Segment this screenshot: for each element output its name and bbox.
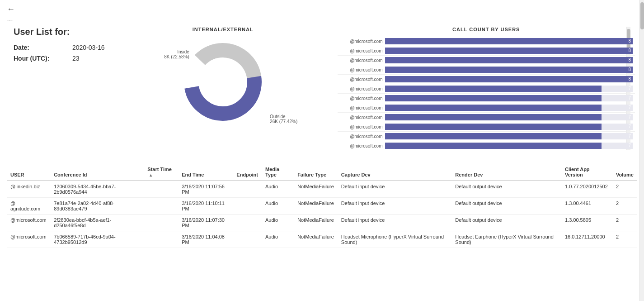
bar-value: 8 — [628, 76, 631, 82]
cell-conf_id: 7b066589-717b-46cd-9a04-4732b95012d9 — [50, 231, 144, 248]
cell-render_dev: Default output device — [451, 181, 561, 198]
th-failure_type: Failure Type — [294, 164, 338, 181]
table-row: @linkedin.biz12060309-5434-45be-bba7-2b9… — [7, 181, 637, 198]
hour-value: 23 — [72, 55, 80, 62]
bar-track: 8 — [385, 76, 633, 82]
th-media_type: Media Type — [262, 164, 294, 181]
bar-fill — [385, 124, 602, 130]
bar-row: @microsoft.com 7 — [338, 84, 635, 94]
cell-end_time: 3/16/2020 11:10:11 PM — [178, 198, 233, 215]
cell-client_app: 1.0.77.2020012502 — [561, 181, 612, 198]
cell-failure_type: NotMediaFailure — [294, 198, 338, 215]
date-label: Date: — [14, 44, 72, 51]
cell-conf_id: 2f2830ea-bbcf-4b5a-aef1-d250a46f5e8d — [50, 215, 144, 231]
bar-label: @microsoft.com — [340, 105, 385, 110]
donut-chart-section: INTERNAL/EXTERNAL Inside 8K (22.58%) Out… — [108, 27, 338, 129]
cell-endpoint — [233, 198, 262, 215]
bar-track: 8 — [385, 48, 633, 54]
bar-track: 7 — [385, 114, 633, 120]
bar-value: 8 — [628, 57, 631, 63]
bar-fill — [385, 143, 602, 149]
bar-label: @microsoft.com — [340, 39, 385, 44]
cell-endpoint — [233, 181, 262, 198]
bar-fill — [385, 105, 602, 111]
th-conf_id: Conference Id — [50, 164, 144, 181]
bar-label: @microsoft.com — [340, 86, 385, 91]
th-start_time[interactable]: Start Time ▲ — [144, 164, 178, 181]
cell-user: @microsoft.com — [7, 215, 50, 231]
th-volume: Volume — [612, 164, 637, 181]
bar-chart-section: CALL COUNT BY USERS @microsoft.com 8 @mi… — [338, 27, 635, 150]
bar-value: 7 — [628, 114, 631, 120]
cell-render_dev: Default output device — [451, 215, 561, 231]
donut-chart-title: INTERNAL/EXTERNAL — [108, 27, 338, 32]
bar-value: 7 — [628, 105, 631, 111]
bar-value: 8 — [628, 38, 631, 44]
cell-failure_type: NotMediaFailure — [294, 181, 338, 198]
bar-track: 7 — [385, 86, 633, 92]
th-capture_dev: Capture Dev — [338, 164, 451, 181]
bar-fill — [385, 133, 602, 139]
cell-media_type: Audio — [262, 198, 294, 215]
cell-volume: 2 — [612, 181, 637, 198]
bar-fill — [385, 38, 633, 44]
cell-capture_dev: Default input device — [338, 215, 451, 231]
bar-label: @microsoft.com — [340, 96, 385, 101]
bar-label: @microsoft.com — [340, 48, 385, 53]
table-row: @microsoft.com2f2830ea-bbcf-4b5a-aef1-d2… — [7, 215, 637, 231]
bar-fill — [385, 86, 602, 92]
cell-capture_dev: Headset Microphone (HyperX Virtual Surro… — [338, 231, 451, 248]
bar-value: 8 — [628, 48, 631, 54]
bar-label: @microsoft.com — [340, 77, 385, 82]
bar-track: 7 — [385, 133, 633, 139]
cell-render_dev: Default output device — [451, 198, 561, 215]
bar-value: 7 — [628, 124, 631, 130]
cell-start_time — [144, 215, 178, 231]
cell-endpoint — [233, 215, 262, 231]
bar-fill — [385, 95, 602, 101]
th-client_app: Client App Version — [561, 164, 612, 181]
page-scrollbar-thumb[interactable] — [640, 2, 644, 29]
page-scrollbar[interactable] — [639, 0, 644, 248]
bar-row: @microsoft.com 7 — [338, 113, 635, 122]
table-section: USERConference IdStart Time ▲End TimeEnd… — [0, 164, 644, 248]
cell-end_time: 3/16/2020 11:07:30 PM — [178, 215, 233, 231]
bar-row: @microsoft.com 7 — [338, 132, 635, 141]
cell-media_type: Audio — [262, 181, 294, 198]
bar-track: 8 — [385, 38, 633, 44]
sort-arrow-icon[interactable]: ▲ — [149, 173, 153, 177]
bar-value: 7 — [628, 143, 631, 149]
bar-track: 7 — [385, 95, 633, 101]
cell-capture_dev: Default input device — [338, 181, 451, 198]
bar-track: 7 — [385, 105, 633, 111]
info-panel: User List for: Date: 2020-03-16 Hour (UT… — [9, 27, 108, 66]
cell-user: @linkedin.biz — [7, 181, 50, 198]
th-end_time: End Time — [178, 164, 233, 181]
cell-conf_id: 12060309-5434-45be-bba7-2b9d0576a944 — [50, 181, 144, 198]
back-button[interactable]: ← — [7, 5, 15, 14]
hour-label: Hour (UTC): — [14, 55, 72, 62]
bar-value: 7 — [628, 95, 631, 101]
bar-label: @microsoft.com — [340, 134, 385, 139]
cell-end_time: 3/16/2020 11:07:56 PM — [178, 181, 233, 198]
bar-fill — [385, 48, 633, 54]
cell-endpoint — [233, 231, 262, 248]
th-user: USER — [7, 164, 50, 181]
cell-media_type: Audio — [262, 215, 294, 231]
cell-capture_dev: Default input device — [338, 198, 451, 215]
cell-user: @ agnitude.com — [7, 198, 50, 215]
bar-row: @microsoft.com 7 — [338, 94, 635, 103]
breadcrumb-dots: … — [7, 15, 637, 22]
cell-failure_type: NotMediaFailure — [294, 215, 338, 231]
th-render_dev: Render Dev — [451, 164, 561, 181]
cell-start_time — [144, 181, 178, 198]
bar-label: @microsoft.com — [340, 67, 385, 72]
cell-failure_type: NotMediaFailure — [294, 231, 338, 248]
cell-start_time — [144, 198, 178, 215]
cell-volume: 2 — [612, 231, 637, 248]
bar-fill — [385, 57, 633, 63]
bar-fill — [385, 114, 602, 120]
bar-row: @microsoft.com 8 — [338, 46, 635, 56]
inside-label: Inside 8K (22.58%) — [164, 49, 189, 59]
cell-client_app: 1.3.00.5805 — [561, 215, 612, 231]
